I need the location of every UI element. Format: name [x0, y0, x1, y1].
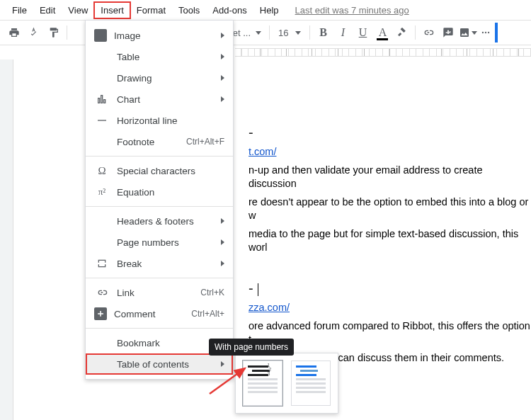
- paragraph-line: media to the page but for simple text-ba…: [249, 227, 531, 255]
- svg-point-4: [488, 32, 489, 33]
- menu-item-table[interactable]: Table: [86, 46, 233, 67]
- menu-item-label: Special characters: [117, 166, 224, 176]
- last-edit-link[interactable]: Last edit was 7 minutes ago: [295, 5, 409, 16]
- menu-edit[interactable]: Edit: [33, 2, 62, 18]
- menu-format[interactable]: Format: [130, 2, 172, 18]
- more-toolbar-button[interactable]: [478, 23, 498, 42]
- menu-item-label: Footnote: [117, 137, 186, 147]
- link-icon: [94, 285, 110, 300]
- paint-format-button[interactable]: [44, 23, 64, 42]
- print-button[interactable]: [4, 23, 24, 42]
- table-of-contents-submenu: 1 2 3: [235, 353, 338, 414]
- menu-item-footnote[interactable]: Footnote Ctrl+Alt+F: [86, 131, 233, 152]
- highlight-button[interactable]: [392, 23, 412, 42]
- toc-option-with-blue-links[interactable]: [291, 361, 331, 406]
- text-cursor: [258, 283, 258, 296]
- menu-item-label: Headers & footers: [117, 216, 217, 227]
- menu-bar: File Edit View Insert Format Tools Add-o…: [0, 0, 531, 20]
- submenu-arrow-icon: [221, 33, 224, 38]
- menu-item-label: Drawing: [117, 73, 217, 84]
- menu-item-table-of-contents[interactable]: Table of contents: [86, 353, 233, 375]
- text-color-button[interactable]: A: [372, 23, 392, 42]
- submenu-arrow-icon: [221, 96, 224, 102]
- toolbar: chet ... 16 B I U A: [0, 20, 531, 45]
- underline-button[interactable]: U: [353, 23, 372, 42]
- bold-button[interactable]: B: [313, 23, 333, 42]
- toolbar-separator: [67, 25, 67, 40]
- paragraph-line: re doesn't appear to be the option to em…: [249, 195, 531, 223]
- toolbar-separator: [309, 25, 310, 40]
- submenu-arrow-icon: [221, 75, 224, 81]
- font-size-dropdown[interactable]: 16: [273, 28, 307, 38]
- menu-item-label: Comment: [114, 309, 191, 319]
- svg-rect-1: [446, 32, 451, 33]
- menu-separator: [86, 328, 233, 329]
- menu-item-break[interactable]: Break: [86, 253, 233, 274]
- menu-item-image[interactable]: Image: [86, 25, 233, 46]
- svg-rect-5: [98, 120, 106, 120]
- svg-point-3: [485, 32, 486, 33]
- horizontal-line-icon: [94, 113, 110, 127]
- spellcheck-button[interactable]: [24, 23, 44, 42]
- chevron-down-icon: [472, 31, 477, 35]
- submenu-arrow-icon: [221, 239, 224, 245]
- toolbar-separator: [269, 25, 270, 40]
- menu-separator: [86, 278, 233, 278]
- doc-link[interactable]: zza.com/: [249, 302, 290, 313]
- italic-button[interactable]: I: [333, 23, 353, 42]
- tooltip-with-page-numbers: With page numbers: [209, 339, 294, 356]
- menu-item-label: Table of contents: [117, 359, 217, 370]
- menu-item-special-characters[interactable]: Ω Special characters: [86, 160, 233, 181]
- menu-item-comment[interactable]: ＋ Comment Ctrl+Alt+: [86, 303, 233, 324]
- submenu-arrow-icon: [221, 54, 224, 59]
- submenu-arrow-icon: [221, 261, 224, 266]
- menu-item-link[interactable]: Link Ctrl+K: [86, 282, 233, 303]
- menu-addons[interactable]: Add-ons: [206, 2, 253, 18]
- menu-shortcut: Ctrl+K: [200, 288, 224, 297]
- blank-icon: [94, 135, 110, 149]
- insert-image-button[interactable]: [458, 23, 478, 42]
- font-size-value: 16: [278, 28, 288, 38]
- comment-icon: ＋: [94, 307, 107, 320]
- menu-item-horizontal-line[interactable]: Horizontal line: [86, 110, 233, 131]
- menu-tools[interactable]: Tools: [172, 2, 206, 18]
- menu-item-label: Equation: [117, 187, 224, 198]
- blank-icon: [94, 336, 110, 350]
- menu-shortcut: Ctrl+Alt+F: [186, 137, 224, 147]
- heading-fragment: -: [249, 279, 531, 298]
- menu-item-page-numbers[interactable]: Page numbers: [86, 232, 233, 253]
- menu-item-headers-footers[interactable]: Headers & footers: [86, 210, 233, 232]
- menu-help[interactable]: Help: [253, 2, 285, 18]
- menu-insert[interactable]: Insert: [94, 2, 130, 18]
- insert-comment-button[interactable]: [438, 23, 458, 42]
- menu-item-label: Table: [117, 52, 217, 62]
- menu-file[interactable]: File: [6, 2, 33, 18]
- menu-view[interactable]: View: [62, 2, 94, 18]
- menu-item-drawing[interactable]: Drawing: [86, 67, 233, 89]
- image-icon: [94, 29, 107, 42]
- menu-item-label: Link: [117, 288, 200, 298]
- submenu-arrow-icon: [221, 361, 224, 367]
- blank-icon: [94, 357, 110, 371]
- pi-icon: π²: [94, 185, 110, 199]
- document-content[interactable]: - t.com/ n-up and then validate your ema…: [249, 67, 531, 369]
- blank-icon: [94, 50, 110, 64]
- menu-item-label: Horizontal line: [117, 115, 224, 126]
- insert-link-button[interactable]: [418, 23, 438, 42]
- blank-icon: [94, 71, 110, 85]
- ruler[interactable]: [0, 45, 531, 59]
- break-icon: [94, 256, 110, 271]
- menu-item-equation[interactable]: π² Equation: [86, 181, 233, 203]
- menu-item-label: Page numbers: [117, 237, 217, 248]
- menu-separator: [86, 206, 233, 207]
- submenu-arrow-icon: [221, 218, 224, 224]
- paragraph-line: n-up and then validate your email addres…: [249, 164, 531, 191]
- blank-icon: [94, 235, 110, 249]
- svg-point-2: [482, 32, 484, 33]
- toc-option-with-page-numbers[interactable]: 1 2 3: [243, 361, 282, 406]
- menu-item-chart[interactable]: Chart: [86, 89, 233, 110]
- omega-icon: Ω: [94, 164, 110, 178]
- blank-icon: [94, 214, 110, 228]
- doc-link[interactable]: t.com/: [249, 146, 276, 157]
- menu-item-label: Chart: [117, 94, 217, 105]
